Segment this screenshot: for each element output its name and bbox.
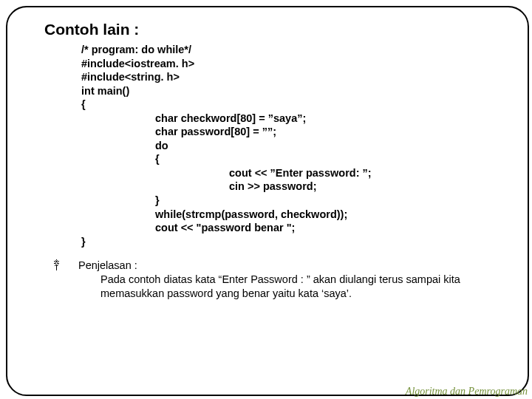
- code-line: }: [81, 235, 513, 249]
- code-line: int main(): [81, 84, 513, 98]
- code-line: cout << "password benar ";: [155, 221, 513, 235]
- code-line: }: [155, 194, 513, 208]
- code-line: #include<iostream. h>: [81, 57, 513, 71]
- explanation-block: ༒ Penjelasan : Pada contoh diatas kata “…: [53, 259, 513, 301]
- explanation-body: Penjelasan : Pada contoh diatas kata “En…: [78, 259, 513, 301]
- code-line: {: [81, 98, 513, 112]
- code-line: #include<string. h>: [81, 70, 513, 84]
- code-line: char password[80] = ””;: [155, 125, 513, 139]
- slide-title: Contoh lain :: [44, 21, 513, 38]
- code-line: cin >> password;: [229, 180, 513, 194]
- code-line: cout << ”Enter password: ”;: [229, 166, 513, 180]
- explanation-heading: Penjelasan :: [78, 259, 505, 273]
- explanation-paragraph: Pada contoh diatas kata “Enter Password …: [100, 273, 505, 301]
- code-line: do: [155, 139, 513, 153]
- code-line: char checkword[80] = ”saya”;: [155, 112, 513, 126]
- code-line: /* program: do while*/: [81, 43, 513, 57]
- bullet-icon: ༒: [53, 259, 78, 301]
- code-block: /* program: do while*/ #include<iostream…: [81, 43, 513, 248]
- code-line: {: [155, 152, 513, 166]
- code-line: while(strcmp(password, checkword));: [155, 208, 513, 222]
- footer-text: Algoritma dan Pemrograman: [406, 386, 528, 398]
- slide-frame: Contoh lain : /* program: do while*/ #in…: [6, 6, 529, 396]
